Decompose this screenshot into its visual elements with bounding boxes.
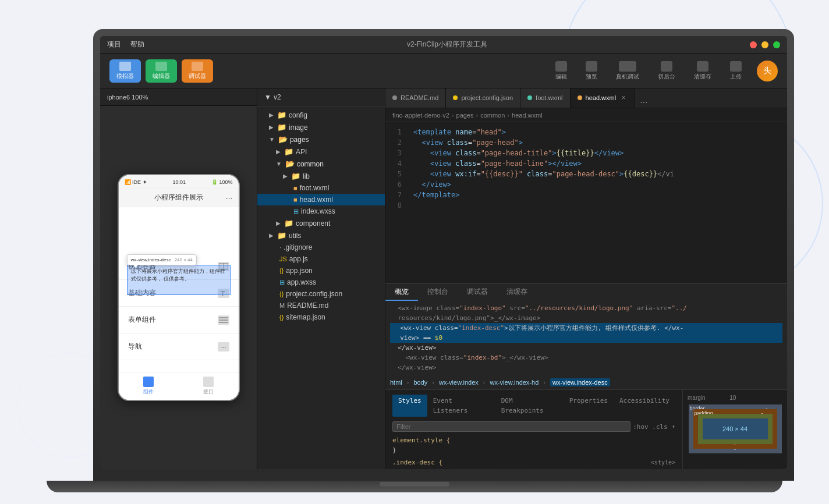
background-button[interactable]: 切后台	[650, 59, 683, 83]
breadcrumb: fino-applet-demo-v2 › pages › common › h…	[385, 108, 787, 122]
box-content-dimensions: 240 × 44	[722, 425, 747, 432]
tab-foot-wxml[interactable]: foot.wxml	[520, 88, 570, 108]
styles-sub-tabs: Styles Event Listeners DOM Breakpoints P…	[392, 395, 675, 417]
tree-item-config[interactable]: ▶ 📁 config	[257, 109, 385, 121]
list-item-icon	[218, 315, 229, 325]
device-label: 真机调试	[616, 73, 639, 81]
panel-tab-debugger[interactable]: 调试器	[458, 283, 497, 301]
tab-readme[interactable]: README.md	[385, 88, 446, 108]
maximize-button[interactable]	[773, 41, 780, 48]
styles-tab-styles[interactable]: Styles	[392, 395, 427, 417]
minimize-button[interactable]	[761, 41, 768, 48]
tab-project-config[interactable]: project.config.json	[446, 88, 520, 108]
nav-item-components[interactable]: 组件	[143, 377, 154, 396]
box-border-value-bottom: -	[734, 446, 736, 452]
css-property-row: margin-top : 10px ;	[399, 468, 473, 469]
css-selector: element.style {	[392, 436, 450, 444]
panel-tab-console[interactable]: 控制台	[418, 283, 458, 301]
editor-mode-button[interactable]: 编辑器	[146, 59, 177, 83]
device-icon	[619, 61, 636, 72]
html-line: </wx-view>	[390, 343, 782, 353]
tree-item-readme[interactable]: M README.md	[257, 300, 385, 311]
styles-tab-properties[interactable]: Properties	[564, 395, 614, 417]
folder-icon: 📁	[277, 231, 286, 240]
chevron-right-icon: ▶	[269, 232, 274, 239]
tab-close-button[interactable]: ×	[619, 94, 628, 102]
laptop-shell: 项目 帮助 v2-FinClip小程序开发工具 模拟器	[93, 29, 794, 481]
chevron-down-icon: ▼	[264, 93, 271, 101]
element-html[interactable]: html	[390, 379, 402, 386]
element-wx-view-index-desc[interactable]: wx-view.index-desc	[550, 378, 610, 386]
tree-item-project-config[interactable]: {} project.config.json	[257, 288, 385, 300]
tree-item-app-js[interactable]: JS app.js	[257, 253, 385, 265]
signal-indicator: 📶 IDE ✦	[125, 179, 147, 185]
tree-item-component[interactable]: ▶ 📁 component	[257, 217, 385, 229]
breadcrumb-root: fino-applet-demo-v2	[392, 112, 449, 119]
styles-tab-dom-breakpoints[interactable]: DOM Breakpoints	[495, 395, 564, 417]
tree-item-pages[interactable]: ▼ 📂 pages	[257, 133, 385, 145]
tree-item-label: component	[296, 219, 330, 228]
tree-item-image[interactable]: ▶ 📁 image	[257, 121, 385, 133]
code-line-1: <template name="head">	[413, 127, 780, 137]
tree-item-utils[interactable]: ▶ 📁 utils	[257, 229, 385, 242]
css-source-link[interactable]: <style>	[651, 457, 675, 467]
folder-icon: 📂	[285, 159, 295, 168]
tree-item-common[interactable]: ▼ 📂 common	[257, 158, 385, 170]
xml-file-icon: ■	[293, 184, 297, 191]
panel-tab-overview[interactable]: 概览	[385, 283, 418, 301]
tree-item-head-wxml[interactable]: ■ head.wxml	[257, 194, 385, 205]
preview-icon	[586, 61, 597, 72]
styles-tab-event-listeners[interactable]: Event Listeners	[427, 395, 495, 417]
clear-cache-button[interactable]: 清缓存	[686, 59, 720, 83]
background-icon	[661, 61, 672, 72]
tree-item-app-wxss[interactable]: ⊞ app.wxss	[257, 276, 385, 288]
tree-item-label: image	[289, 123, 308, 132]
line-numbers: 1 2 3 4 5 6 7 8	[385, 122, 406, 283]
code-line-8	[413, 200, 780, 211]
tree-item-app-json[interactable]: {} app.json	[257, 265, 385, 276]
tree-item-gitignore[interactable]: · .gitignore	[257, 242, 385, 253]
menu-project[interactable]: 项目	[107, 40, 121, 49]
separator: ›	[432, 379, 434, 386]
css-rule-index-desc: .index-desc { <style> margin-top : 10px …	[392, 457, 675, 469]
device-debug-button[interactable]: 真机调试	[608, 59, 647, 83]
nav-item-api[interactable]: 接口	[203, 377, 214, 396]
file-type-indicator	[527, 95, 532, 100]
tree-item-label: app.wxss	[287, 278, 316, 286]
tree-item-sitemap[interactable]: {} sitemap.json	[257, 311, 385, 323]
phone-app-title-bar: 小程序组件展示 ···	[119, 189, 239, 207]
element-body[interactable]: body	[413, 379, 427, 386]
background-label: 切后台	[658, 73, 675, 81]
debugger-mode-button[interactable]: 调试器	[182, 59, 213, 83]
element-wx-view-index-hd[interactable]: wx-view.index-hd	[490, 379, 539, 386]
close-button[interactable]	[750, 41, 757, 48]
element-wx-view-index[interactable]: wx-view.index	[439, 379, 479, 386]
css-filter-input[interactable]	[392, 421, 630, 432]
user-avatar[interactable]: 头	[757, 61, 778, 81]
tree-item-lib[interactable]: ▶ 📁 lib	[257, 170, 385, 182]
folder-icon: 📁	[284, 147, 293, 156]
upload-button[interactable]: 上传	[722, 59, 750, 83]
panel-tab-terminal[interactable]: 清缓存	[497, 283, 537, 301]
simulator-mode-button[interactable]: 模拟器	[109, 59, 141, 83]
line-number: 2	[385, 137, 402, 148]
more-tabs-button[interactable]: ···	[635, 97, 652, 108]
tree-item-label: app.json	[286, 267, 312, 275]
tree-item-label: .gitignore	[284, 243, 312, 251]
simulator-body: 📶 IDE ✦ 10:01 🔋 100% 小程序组件展示 ···	[100, 106, 257, 469]
html-line: <wx-image class="index-logo" src="../res…	[390, 303, 782, 313]
edit-action-button[interactable]: 编辑	[547, 59, 575, 83]
breadcrumb-separator: ›	[507, 112, 509, 119]
separator: ›	[543, 379, 545, 386]
menu-help[interactable]: 帮助	[130, 40, 144, 49]
tree-item-label: head.wxml	[300, 196, 333, 204]
tree-item-api[interactable]: ▶ 📁 API	[257, 145, 385, 158]
styles-tab-accessibility[interactable]: Accessibility	[614, 395, 675, 417]
tree-item-foot-wxml[interactable]: ■ foot.wxml	[257, 182, 385, 194]
tab-head-wxml[interactable]: head.wxml ×	[571, 88, 636, 108]
list-item-icon: ···	[218, 342, 229, 352]
tree-item-index-wxss[interactable]: ⊞ index.wxss	[257, 205, 385, 217]
code-editor[interactable]: 1 2 3 4 5 6 7 8 <template name="head">	[385, 122, 787, 283]
preview-action-button[interactable]: 预览	[578, 59, 605, 83]
upload-label: 上传	[730, 73, 742, 81]
